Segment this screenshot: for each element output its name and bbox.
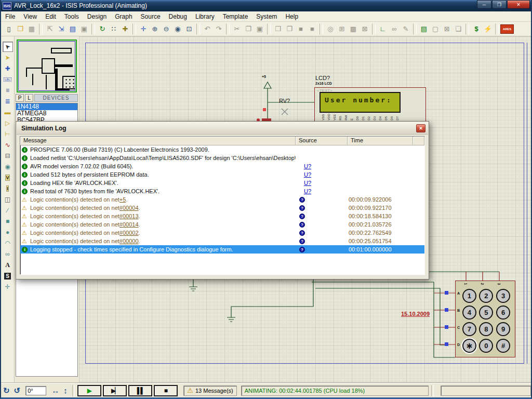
flip-horizontal-button[interactable]: ↔ [51, 386, 59, 395]
help-icon[interactable]: ? [299, 197, 305, 203]
log-row[interactable]: i AVR model version 7.02.02 (Build 6045)… [20, 162, 424, 170]
search-tag-button[interactable]: ∞ [389, 23, 400, 35]
toggle-grid-button[interactable]: ∷ [108, 23, 119, 35]
junction-dot-mode-button[interactable]: ✚ [3, 63, 13, 74]
key-4[interactable]: 4 [462, 305, 476, 320]
log-row[interactable]: i Logging stopped - check times specifie… [20, 245, 424, 254]
help-icon[interactable]: ? [299, 214, 305, 219]
log-row[interactable]: ⚠ Logic contention(s) detected on net #0… [20, 204, 424, 212]
remove-sheet-button[interactable]: ⊠ [441, 23, 453, 35]
log-row[interactable]: ⚠ Logic contention(s) detected on net +5… [20, 195, 424, 204]
menu-library[interactable]: Library [191, 12, 219, 21]
library-manager-button[interactable]: L [25, 94, 33, 102]
menu-file[interactable]: File [1, 12, 19, 21]
restore-button[interactable]: ❐ [492, 0, 507, 9]
import-section-button[interactable]: ⇱ [44, 23, 56, 35]
log-row[interactable]: i Loaded 512 bytes of persistent EEPROM … [20, 170, 424, 179]
pick-device-button[interactable]: ◎ [325, 23, 336, 35]
zoom-in-button[interactable]: ⊕ [149, 23, 161, 35]
menu-debug[interactable]: Debug [165, 12, 191, 21]
export-section-button[interactable]: ⇲ [56, 23, 67, 35]
redo-button[interactable]: ↷ [213, 23, 224, 35]
menu-template[interactable]: Template [219, 12, 252, 21]
current-probe-mode-button[interactable]: I [3, 183, 13, 194]
wire-label-mode-button[interactable]: LBL [3, 74, 13, 85]
menu-edit[interactable]: Edit [41, 12, 60, 21]
undo-button[interactable]: ↶ [202, 23, 213, 35]
key-7[interactable]: 7 [462, 322, 476, 336]
netlist-to-ares-button[interactable]: ARES [500, 24, 514, 34]
menu-help[interactable]: Help [281, 12, 302, 21]
text-script-mode-button[interactable]: ≡ [3, 85, 13, 96]
subcircuit-mode-button[interactable]: ▬ [3, 107, 13, 117]
log-row[interactable]: ⚠ Logic contention(s) detected on net #0… [20, 237, 424, 245]
key-hash[interactable]: # [496, 339, 510, 353]
rotation-angle-field[interactable] [25, 386, 46, 395]
pick-parts-button[interactable]: P [16, 94, 24, 102]
mark-output-area-button[interactable]: ▣ [78, 23, 90, 35]
device-pin-mode-button[interactable]: ⊢ [3, 129, 13, 139]
wire-autorouter-button[interactable]: ∟ [377, 23, 389, 35]
source-link[interactable]: U? [304, 188, 311, 194]
tape-recorder-mode-button[interactable]: ⊟ [3, 151, 13, 161]
2d-circle-mode-button[interactable]: ● [3, 227, 13, 237]
block-copy-button[interactable]: ❒ [272, 23, 284, 35]
bus-mode-button[interactable]: ≣ [3, 96, 13, 107]
2d-marker-mode-button[interactable]: ✛ [3, 282, 13, 292]
paste-button[interactable]: ▣ [254, 23, 265, 35]
help-icon[interactable]: ? [299, 247, 305, 252]
key-9[interactable]: 9 [496, 322, 510, 336]
lcd-component[interactable]: <TEXT> User number: VSSVDDVEERSRWED0D1D2… [314, 87, 426, 123]
menu-view[interactable]: View [19, 12, 41, 21]
zoom-out-button[interactable]: ⊖ [161, 23, 172, 35]
message-count-panel[interactable]: ⚠ 13 Message(s) [183, 385, 236, 396]
key-3[interactable]: 3 [496, 289, 510, 303]
help-icon[interactable]: ? [299, 230, 305, 236]
block-move-button[interactable]: ❐ [284, 23, 295, 35]
key-1[interactable]: 1 [462, 289, 476, 303]
block-delete-button[interactable]: ■ [307, 23, 318, 35]
rotate-clockwise-button[interactable]: ↻ [3, 386, 10, 395]
dialog-title-bar[interactable]: Simulation Log ✕ [17, 122, 428, 135]
net-link[interactable]: #00014 [119, 221, 139, 228]
2d-line-mode-button[interactable]: ∕ [3, 205, 13, 216]
voltage-probe-mode-button[interactable]: V [3, 172, 13, 183]
bill-of-materials-button[interactable]: $ [471, 23, 482, 35]
schematic-overview[interactable] [17, 39, 77, 92]
menu-tools[interactable]: Tools [60, 12, 83, 21]
net-link[interactable]: #00013 [119, 213, 139, 219]
make-device-button[interactable]: ⊞ [336, 23, 348, 35]
minimize-button[interactable]: ─ [477, 0, 491, 9]
key-0[interactable]: 0 [479, 339, 493, 353]
dialog-close-button[interactable]: ✕ [416, 124, 425, 132]
save-file-button[interactable]: ▦ [26, 23, 37, 35]
new-file-button[interactable]: ▯ [3, 23, 15, 35]
generator-mode-button[interactable]: ◉ [3, 162, 13, 172]
toggle-origin-button[interactable]: ✚ [119, 23, 131, 35]
key-2[interactable]: 2 [479, 289, 493, 303]
source-link[interactable]: U? [304, 163, 311, 169]
help-icon[interactable]: ? [299, 222, 305, 228]
source-link[interactable]: U? [304, 171, 311, 178]
help-icon[interactable]: ? [299, 205, 305, 211]
zoom-area-button[interactable]: ⊡ [183, 23, 195, 35]
log-row[interactable]: ⚠ Logic contention(s) detected on net #0… [20, 229, 424, 237]
2d-symbol-mode-button[interactable]: S [3, 271, 13, 281]
close-button[interactable]: ✕ [507, 0, 530, 9]
column-header-time[interactable]: Time [348, 137, 413, 145]
menu-system[interactable]: System [252, 12, 281, 21]
decompose-button[interactable]: ⊠ [359, 23, 370, 35]
2d-path-mode-button[interactable]: ∞ [3, 249, 13, 259]
log-row[interactable]: i Loaded netlist 'C:\Users\ehsan\AppData… [20, 154, 424, 162]
pause-button[interactable]: ▌▌ [128, 385, 152, 396]
column-header-message[interactable]: Message [20, 137, 296, 145]
2d-text-mode-button[interactable]: A [3, 260, 13, 270]
log-row[interactable]: ⚠ Logic contention(s) detected on net #0… [20, 212, 424, 220]
component-mode-button[interactable]: ➤ [3, 52, 13, 63]
flip-vertical-button[interactable]: ↕ [63, 386, 68, 395]
2d-arc-mode-button[interactable]: ◠ [3, 238, 13, 248]
cut-button[interactable]: ✂ [231, 23, 243, 35]
net-link[interactable]: #00004 [119, 205, 139, 211]
key-star[interactable]: ∗ [462, 339, 476, 353]
goto-sheet-button[interactable]: ❏ [453, 23, 464, 35]
